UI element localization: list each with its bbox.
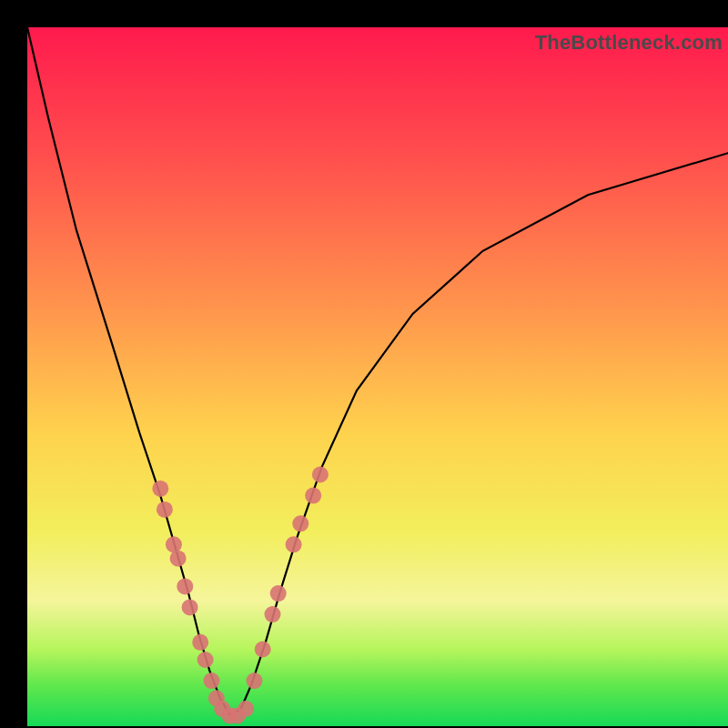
data-point	[286, 536, 302, 552]
data-point	[265, 606, 281, 622]
data-point	[157, 501, 173, 518]
data-point	[312, 467, 329, 483]
data-point	[192, 634, 208, 651]
data-point	[152, 480, 168, 497]
data-point	[182, 599, 198, 615]
data-point	[166, 536, 182, 552]
data-point	[255, 642, 271, 658]
data-point	[177, 578, 193, 594]
data-point	[270, 585, 287, 602]
data-point	[197, 652, 214, 668]
data-point	[247, 672, 263, 689]
data-point	[170, 551, 187, 567]
chart-frame: TheBottleneck.com	[0, 0, 728, 728]
bottleneck-curve	[27, 27, 728, 716]
data-point	[292, 515, 308, 531]
data-point	[238, 701, 254, 717]
curve-svg	[27, 27, 728, 726]
data-point	[204, 672, 220, 689]
data-point	[305, 488, 321, 504]
plot-area: TheBottleneck.com	[27, 27, 728, 726]
